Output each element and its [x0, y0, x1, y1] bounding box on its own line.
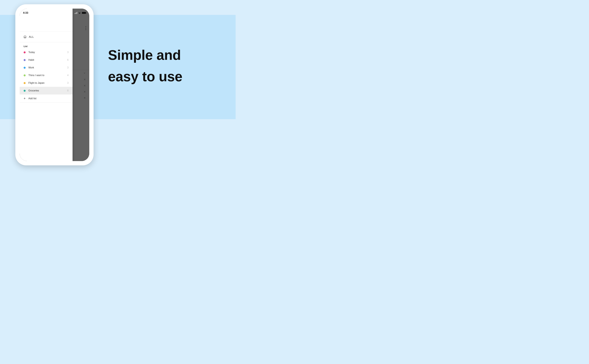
- clock: 4:33: [23, 11, 28, 14]
- list-name: Habit: [28, 58, 65, 61]
- list-item[interactable]: Habit6: [20, 56, 72, 64]
- battery-icon: [82, 12, 86, 14]
- list-color-dot: [24, 51, 26, 53]
- close-icon: [84, 91, 86, 93]
- close-icon: [84, 84, 86, 87]
- svg-rect-8: [24, 36, 26, 38]
- cellular-icon: [75, 12, 77, 14]
- list-name: Today: [28, 51, 65, 54]
- list-item[interactable]: Groceries8: [20, 87, 72, 94]
- side-button: [15, 28, 16, 34]
- status-bar: 4:33: [20, 9, 89, 17]
- list-item[interactable]: Flight to Japan3: [20, 79, 72, 87]
- close-icon: [84, 97, 86, 99]
- list-color-dot: [24, 82, 26, 84]
- list-count: 3: [67, 82, 69, 84]
- list-item[interactable]: Thins I want to4: [20, 72, 72, 79]
- list-name: Thins I want to: [28, 74, 65, 77]
- headline-line2: easy to use: [108, 66, 227, 87]
- wifi-icon: [78, 12, 81, 14]
- list-color-dot: [24, 90, 26, 92]
- all-lists-label: ALL: [29, 35, 34, 39]
- list-name: Flight to Japan: [28, 82, 65, 84]
- list-count: 6: [67, 58, 69, 61]
- list-color-dot: [24, 59, 26, 61]
- more-menu-icon[interactable]: [85, 26, 86, 30]
- list-count: 3: [67, 66, 69, 69]
- side-button: [15, 38, 16, 49]
- all-lists-item[interactable]: ALL: [20, 32, 72, 42]
- inbox-icon: [24, 36, 26, 38]
- list-color-dot: [24, 67, 26, 69]
- navigation-drawer: ALL List Today3Habit6Work3Thins I want t…: [20, 9, 72, 161]
- list-count: 4: [67, 74, 69, 77]
- list-item[interactable]: Work3: [20, 64, 72, 72]
- close-icon: [84, 78, 86, 81]
- side-button: [15, 51, 16, 62]
- list-name: Groceries: [28, 89, 65, 92]
- headline-line1: Simple and: [108, 45, 227, 66]
- plus-icon: +: [24, 97, 26, 100]
- phone-frame: 4:33: [15, 4, 94, 165]
- list-count: 8: [67, 89, 69, 92]
- list-color-dot: [24, 74, 26, 76]
- list-name: Work: [28, 66, 65, 69]
- side-button: [93, 40, 94, 55]
- chevron-down-icon: [83, 72, 86, 74]
- list-count: 3: [67, 51, 69, 54]
- add-list-label: Add list: [28, 97, 36, 100]
- add-list-button[interactable]: + Add list: [20, 94, 72, 103]
- list-item[interactable]: Today3: [20, 48, 72, 56]
- section-header: List: [20, 42, 72, 48]
- hero-headline: Simple and easy to use: [108, 45, 227, 87]
